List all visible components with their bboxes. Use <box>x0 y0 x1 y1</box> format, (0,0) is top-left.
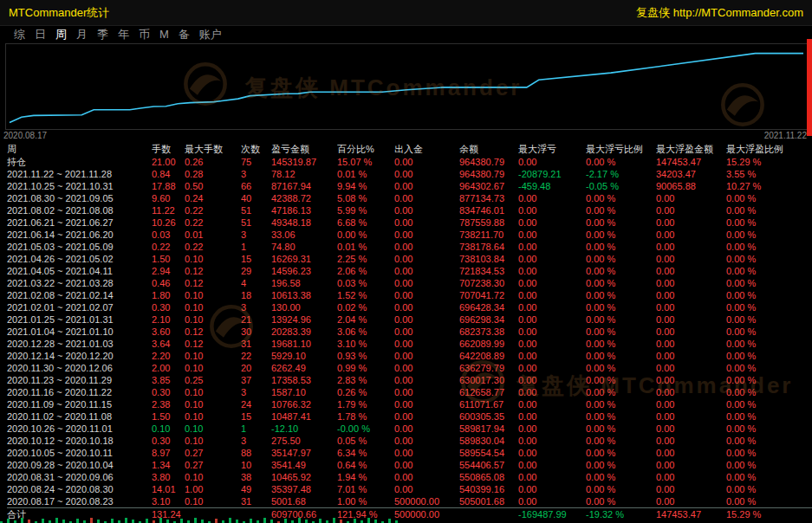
cell: 0.00 <box>394 423 459 435</box>
brand-link[interactable]: 复盘侠 http://MTCommander.com <box>636 5 803 21</box>
table-row[interactable]: 2021.03.22 ~ 2021.03.280.460.124196.580.… <box>7 277 812 289</box>
table-row[interactable]: 2021.08.02 ~ 2021.08.0811.220.225147186.… <box>7 204 812 216</box>
table-row[interactable]: 2021.02.01 ~ 2021.02.070.300.103130.000.… <box>7 301 812 313</box>
cell: 589817.94 <box>459 423 518 435</box>
table-row[interactable]: 2020.11.02 ~ 2020.11.081.500.101510487.4… <box>7 410 812 423</box>
table-row[interactable]: 2021.11.22 ~ 2021.11.280.840.28378.120.0… <box>7 168 812 180</box>
menu-item-currency[interactable]: 币 <box>139 26 150 43</box>
cell: 0.00 <box>518 447 586 459</box>
menu-item-month[interactable]: 月 <box>76 26 88 43</box>
period-cell: 持仓 <box>7 156 152 168</box>
open-position-row[interactable]: 持仓21.000.2675145319.8715.07 %0.00964380.… <box>7 156 812 168</box>
menu-item-year[interactable]: 年 <box>118 26 129 43</box>
cell: 636279.79 <box>459 362 518 374</box>
cell: 0.12 <box>185 265 241 277</box>
period-cell: 2020.11.02 ~ 2020.11.08 <box>7 410 152 423</box>
table-row[interactable]: 2020.10.05 ~ 2020.10.118.970.278835147.9… <box>7 447 812 459</box>
menu-item-memo[interactable]: 备 <box>179 26 190 43</box>
table-row[interactable]: 2020.08.17 ~ 2020.08.233.100.10315001.68… <box>7 495 812 508</box>
cell: 51 <box>241 216 271 229</box>
table-row[interactable]: 2020.11.23 ~ 2020.11.293.850.253717358.5… <box>7 374 812 386</box>
cell: 0.12 <box>185 326 241 338</box>
table-row[interactable]: 2020.10.26 ~ 2020.11.010.100.101-12.10-0… <box>7 423 812 435</box>
cell: 0.10 <box>185 398 241 410</box>
table-row[interactable]: 2020.12.28 ~ 2021.01.033.640.123119681.1… <box>7 338 812 350</box>
column-header-2: 最大手数 <box>185 142 241 156</box>
cell: 0.10 <box>185 471 241 483</box>
menu-item-quarter[interactable]: 季 <box>97 26 108 43</box>
cell: 1.00 % <box>337 495 394 508</box>
cell: 0.00 <box>518 265 586 277</box>
cell: 0.00 % <box>586 386 656 398</box>
menubar: 综日周月季年币M备账户 <box>0 26 812 43</box>
table-row[interactable]: 2020.12.14 ~ 2020.12.202.200.10225929.10… <box>7 350 812 362</box>
menu-item-account[interactable]: 账户 <box>199 26 222 43</box>
table-row[interactable]: 2020.11.30 ~ 2020.12.062.000.10206262.49… <box>7 362 812 374</box>
table-row[interactable]: 2021.04.26 ~ 2021.05.021.500.101516269.3… <box>7 253 812 265</box>
cell: 17358.53 <box>271 374 337 386</box>
table-row[interactable]: 2021.06.21 ~ 2021.06.2710.260.225149348.… <box>7 216 812 229</box>
cell: -12.10 <box>271 423 337 435</box>
cell: 0.00 <box>518 386 586 398</box>
cell: 0.00 <box>656 447 726 459</box>
cell: 696298.34 <box>459 313 518 326</box>
mini-bar <box>201 520 204 523</box>
mini-bar <box>180 519 183 523</box>
column-header-5: 百分比% <box>337 142 394 156</box>
table-row[interactable]: 2020.11.16 ~ 2020.11.220.300.1031587.100… <box>7 386 812 398</box>
cell: 0.00 <box>656 459 726 471</box>
cell: 0.00 <box>656 229 726 241</box>
table-row[interactable]: 2021.08.30 ~ 2021.09.059.600.244042388.7… <box>7 192 812 204</box>
table-row[interactable]: 2021.06.14 ~ 2021.06.200.030.01333.060.0… <box>7 229 812 241</box>
cell: 0.64 % <box>337 459 394 471</box>
cell: 0.26 % <box>337 386 394 398</box>
table-row[interactable]: 2021.10.25 ~ 2021.10.3117.880.506687167.… <box>7 180 812 192</box>
table-row[interactable]: 2021.01.25 ~ 2021.01.312.100.102113924.9… <box>7 313 812 326</box>
menu-item-day[interactable]: 日 <box>35 26 46 43</box>
cell: 2.04 % <box>337 313 394 326</box>
table-row[interactable]: 2020.10.12 ~ 2020.10.180.300.103275.500.… <box>7 435 812 447</box>
cell: 0.00 <box>518 459 586 471</box>
table-row[interactable]: 2020.08.31 ~ 2020.09.063.800.103810465.9… <box>7 471 812 483</box>
menu-item-m[interactable]: M <box>159 26 169 43</box>
cell: 0.00 % <box>586 204 656 216</box>
cell: 7.01 % <box>337 483 394 495</box>
cell: 15 <box>241 410 271 423</box>
cell: 0.93 % <box>337 350 394 362</box>
cell: 787559.88 <box>459 216 518 229</box>
cell: 0.00 <box>394 326 459 338</box>
table-row[interactable]: 2021.05.03 ~ 2021.05.090.220.22174.800.0… <box>7 241 812 253</box>
period-cell: 2020.10.05 ~ 2020.10.11 <box>7 447 152 459</box>
cell: 0.00 <box>518 423 586 435</box>
cell: 3.85 <box>152 374 185 386</box>
cell: 662089.99 <box>459 338 518 350</box>
table-row[interactable]: 2021.04.05 ~ 2021.04.112.940.122914596.2… <box>7 265 812 277</box>
cell: 0.00 % <box>726 423 812 435</box>
table-row[interactable]: 2020.11.09 ~ 2020.11.152.380.102410766.3… <box>7 398 812 410</box>
cell: 0.00 <box>394 289 459 301</box>
table-row[interactable]: 2021.01.04 ~ 2021.01.103.600.123020283.3… <box>7 326 812 338</box>
period-cell: 2020.11.23 ~ 2020.11.29 <box>7 374 152 386</box>
mini-bar <box>305 520 308 523</box>
cell: 0.00 <box>394 471 459 483</box>
mini-bar <box>42 519 44 523</box>
cell: -19.32 % <box>586 508 656 521</box>
table-row[interactable]: 2020.08.24 ~ 2020.08.3014.011.004935397.… <box>7 483 812 495</box>
cell: 0.00 <box>394 410 459 423</box>
menu-item-week[interactable]: 周 <box>55 26 67 43</box>
table-row[interactable]: 2021.02.08 ~ 2021.02.141.800.101810613.3… <box>7 289 812 301</box>
cell: 0.00 % <box>726 241 812 253</box>
cell: 15 <box>241 253 271 265</box>
table-row[interactable]: 2020.09.28 ~ 2020.10.041.340.27103541.49… <box>7 459 812 471</box>
column-header-1: 手数 <box>152 142 185 156</box>
cell: 1.78 % <box>337 410 394 423</box>
cell: 2.38 <box>152 398 185 410</box>
menu-item-summary[interactable]: 综 <box>14 26 25 43</box>
cell: 0.00 % <box>586 265 656 277</box>
cell: 19681.10 <box>271 338 337 350</box>
cell: 18 <box>241 289 271 301</box>
mini-bar <box>76 519 79 523</box>
cell: 21 <box>241 313 271 326</box>
cell: 0.00 % <box>586 338 656 350</box>
cell: 75 <box>241 156 271 168</box>
